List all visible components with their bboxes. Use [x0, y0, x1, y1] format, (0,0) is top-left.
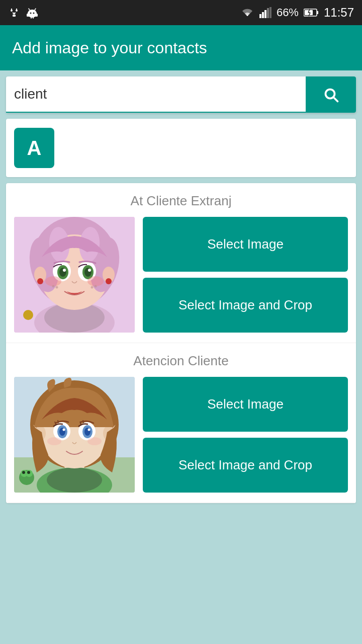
svg-point-51	[95, 285, 97, 288]
svg-rect-15	[264, 10, 266, 18]
svg-point-77	[47, 437, 61, 445]
svg-point-50	[91, 286, 94, 289]
contacts-list: At Cliente Extranj	[6, 183, 356, 503]
contact-body-2: Select Image Select Image and Crop	[14, 377, 348, 493]
svg-line-8	[35, 9, 36, 10]
svg-rect-9	[27, 14, 28, 17]
usb-icon	[8, 6, 20, 20]
svg-rect-11	[31, 17, 32, 19]
contact-name: At Cliente Extranj	[14, 193, 348, 209]
svg-point-71	[63, 429, 65, 431]
status-left-icons	[8, 6, 38, 20]
svg-rect-2	[13, 15, 16, 17]
svg-point-52	[23, 310, 33, 320]
android-icon	[26, 6, 38, 20]
contact-item: At Cliente Extranj	[6, 183, 356, 343]
svg-point-44	[63, 269, 66, 272]
signal-icon	[259, 7, 272, 18]
svg-point-49	[52, 285, 55, 288]
svg-point-45	[88, 269, 91, 272]
svg-rect-13	[259, 14, 261, 18]
battery-percent: 66%	[277, 6, 299, 19]
svg-rect-10	[36, 14, 38, 17]
select-image-crop-btn-1[interactable]: Select Image and Crop	[143, 278, 348, 333]
svg-point-78	[87, 437, 102, 445]
contact-name-2: Atencion Cliente	[14, 353, 348, 369]
status-bar: 66% 11:57	[0, 0, 362, 25]
contact-item-2: Atencion Cliente	[6, 343, 356, 503]
svg-rect-17	[269, 7, 272, 18]
select-image-crop-btn-2[interactable]: Select Image and Crop	[143, 438, 348, 493]
wifi-icon	[240, 7, 254, 18]
search-icon	[322, 86, 340, 104]
svg-point-58	[47, 467, 102, 493]
search-bar	[6, 76, 356, 113]
select-image-btn-2[interactable]: Select Image	[143, 377, 348, 432]
svg-point-82	[22, 471, 25, 474]
svg-rect-4	[28, 13, 37, 17]
select-image-btn-1[interactable]: Select Image	[143, 217, 348, 272]
svg-point-47	[87, 276, 104, 286]
battery-icon	[304, 8, 319, 17]
svg-rect-14	[262, 12, 264, 18]
letter-badge-row: A	[6, 119, 356, 177]
svg-rect-16	[267, 8, 269, 18]
svg-line-7	[29, 9, 30, 10]
svg-point-37	[106, 278, 112, 284]
app-title: Add image to your contacts	[12, 39, 207, 57]
time-display: 11:57	[324, 6, 354, 20]
contact-avatar-2	[14, 377, 135, 493]
svg-point-46	[45, 276, 61, 286]
svg-rect-19	[317, 11, 318, 14]
svg-rect-12	[33, 17, 34, 19]
contact-buttons-2: Select Image Select Image and Crop	[143, 377, 348, 493]
search-button[interactable]	[306, 76, 356, 113]
svg-point-0	[11, 10, 13, 12]
svg-point-5	[30, 13, 32, 14]
app-bar: Add image to your contacts	[0, 25, 362, 70]
svg-point-72	[88, 429, 90, 431]
letter-badge-a: A	[14, 128, 54, 168]
contact-body: Select Image Select Image and Crop	[14, 217, 348, 333]
svg-point-83	[27, 471, 30, 474]
contact-avatar-1	[14, 217, 135, 333]
contact-buttons-1: Select Image Select Image and Crop	[143, 217, 348, 333]
status-right-icons: 66% 11:57	[240, 6, 354, 20]
svg-point-1	[16, 10, 18, 12]
search-input[interactable]	[6, 76, 306, 113]
svg-point-6	[33, 13, 35, 14]
svg-point-36	[37, 278, 43, 284]
svg-point-48	[56, 286, 58, 289]
